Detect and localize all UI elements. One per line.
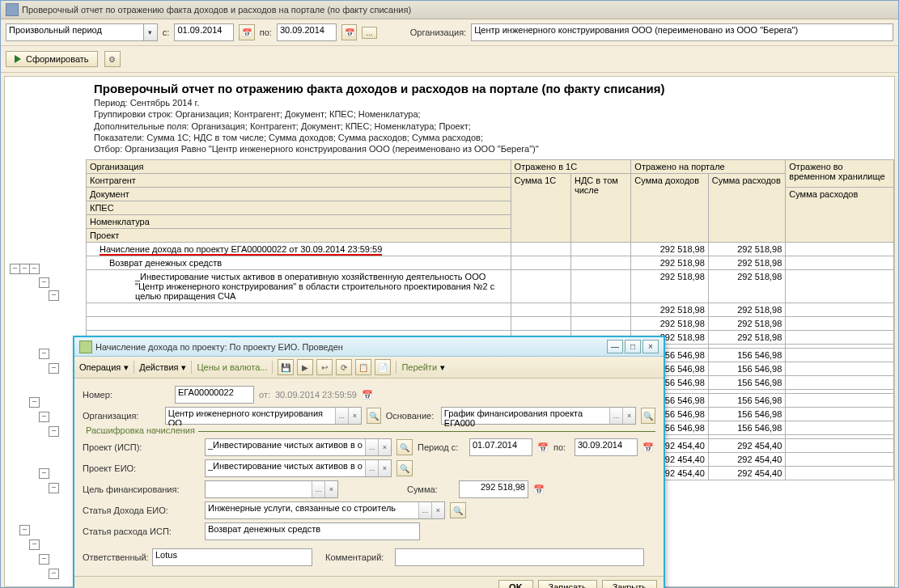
ellipsis-button[interactable]: ... [335, 408, 348, 424]
ok-button[interactable]: OK [498, 580, 533, 588]
proj-eio-field[interactable]: _Инвестирование чистых активов в о ...× [205, 459, 392, 477]
calendar-icon[interactable]: 📅 [642, 442, 654, 453]
comment-field[interactable] [395, 548, 644, 566]
calendar-icon[interactable]: 📅 [341, 24, 357, 40]
lookup-icon[interactable]: 🔍 [641, 408, 655, 424]
calendar-icon[interactable]: 📅 [239, 24, 254, 40]
row-label: _Инвестирование чистых активов в операти… [87, 270, 511, 303]
from-label: с: [163, 27, 170, 37]
ellipsis-button[interactable]: ... [365, 460, 378, 476]
menu-operation[interactable]: Операция [79, 362, 121, 372]
settings-icon[interactable]: ⚙ [104, 51, 121, 67]
ellipsis-button[interactable]: ... [418, 502, 431, 518]
chevron-down-icon[interactable] [143, 24, 157, 40]
basis-label: Основание: [386, 411, 436, 421]
copy-icon[interactable]: 📋 [355, 359, 371, 375]
org-field[interactable]: Центр инженерного конструирования ОО ...… [165, 407, 362, 425]
tree-toggle-icon[interactable]: – [29, 397, 40, 408]
tree-toggle-icon[interactable]: – [49, 363, 59, 374]
income-dialog: Начисление дохода по проекту: По проекту… [73, 336, 665, 588]
tree-toggle-icon[interactable]: – [49, 426, 59, 437]
reverse-icon[interactable]: ↩ [316, 359, 333, 375]
save-icon[interactable]: 💾 [278, 359, 294, 375]
generate-button[interactable]: Сформировать [6, 51, 98, 67]
col-nom: Номенклатура [87, 215, 511, 229]
maximize-button[interactable]: □ [625, 340, 641, 353]
clear-button[interactable]: × [348, 408, 361, 424]
income-field[interactable]: Инженерные услуги, связанные со строител… [205, 501, 445, 519]
close-button[interactable]: Закрыть [602, 580, 657, 588]
structure-icon[interactable]: 📄 [375, 359, 391, 375]
fin-label: Цель финансирования: [83, 484, 200, 494]
calendar-icon[interactable]: 📅 [537, 442, 549, 453]
lookup-icon[interactable]: 🔍 [396, 460, 413, 476]
calendar-icon[interactable]: 📅 [362, 390, 373, 400]
table-row[interactable]: _Инвестирование чистых активов в операти… [87, 270, 894, 303]
tree-toggle-icon[interactable]: – [29, 264, 40, 274]
col-vat: НДС в том числе [570, 174, 630, 243]
generate-label: Сформировать [26, 54, 89, 64]
lookup-icon[interactable]: 🔍 [367, 408, 381, 424]
tree-toggle-icon[interactable]: – [39, 349, 49, 359]
lookup-icon[interactable]: 🔍 [450, 502, 466, 518]
col-proj: Проект [87, 229, 511, 243]
date-from-input[interactable]: 01.09.2014 [174, 23, 234, 41]
tree-toggle-icon[interactable]: – [29, 539, 40, 550]
write-button[interactable]: Записать [538, 580, 597, 588]
menu-goto[interactable]: Перейти [401, 362, 437, 372]
org-input[interactable]: Центр инженерного конструирования ООО (п… [471, 23, 893, 41]
period-from-label: Период с: [418, 442, 464, 452]
ellipsis-button[interactable]: ... [609, 408, 622, 424]
app-icon [6, 3, 19, 16]
lookup-icon[interactable]: 🔍 [396, 439, 413, 455]
table-row[interactable]: Начисление дохода по проекту ЕГА00000022… [87, 243, 894, 256]
expense-field[interactable]: Возврат денежных средств [205, 522, 420, 540]
tree-toggle-icon[interactable]: – [39, 554, 49, 565]
period-ellipsis-button[interactable]: ... [362, 27, 376, 39]
period-dropdown[interactable]: Произвольный период [6, 23, 158, 41]
clear-button[interactable]: × [622, 408, 635, 424]
col-org: Организация [87, 160, 511, 174]
tree-toggle-icon[interactable]: – [39, 412, 49, 422]
report-period: Период: Сентябрь 2014 г. [94, 97, 886, 108]
ellipsis-button[interactable]: ... [365, 439, 378, 455]
refresh-icon[interactable]: ⟳ [336, 359, 352, 375]
basis-field[interactable]: График финансирования проекта ЕГА000 ...… [441, 407, 636, 425]
menu-prices[interactable]: Цены и валюта... [197, 362, 267, 372]
num-input[interactable]: ЕГА00000022 [175, 386, 254, 404]
fin-field[interactable]: ...× [205, 480, 338, 498]
tree-toggle-icon[interactable]: – [39, 277, 49, 288]
tree-toggle-icon[interactable]: – [39, 468, 49, 479]
clear-button[interactable]: × [431, 502, 444, 518]
period-from-input[interactable]: 01.07.2014 [469, 438, 532, 456]
tree-toggle-icon[interactable]: – [49, 290, 59, 301]
sum-input[interactable]: 292 518,98 [459, 480, 528, 498]
close-button[interactable]: × [642, 340, 659, 353]
menu-actions[interactable]: Действия [139, 362, 178, 372]
col-doc: Документ [87, 188, 511, 201]
ellipsis-button[interactable]: ... [312, 481, 324, 497]
clear-button[interactable]: × [324, 481, 337, 497]
clear-button[interactable]: × [378, 460, 391, 476]
row-label: Начисление дохода по проекту ЕГА00000022… [100, 244, 382, 256]
period-to-label: по: [553, 442, 570, 452]
period-to-input[interactable]: 30.09.2014 [575, 438, 638, 456]
proj-isp-field[interactable]: _Инвестирование чистых активов в о ...× [205, 438, 392, 456]
date-to-input[interactable]: 30.09.2014 [277, 23, 337, 41]
num-label: Номер: [83, 390, 170, 400]
dialog-toolbar: Операция ▾ Действия ▾ Цены и валюта... 💾… [74, 357, 664, 379]
tree-toggle-icon[interactable]: – [49, 483, 59, 493]
tree-toggle-icon[interactable]: – [49, 569, 59, 579]
clear-button[interactable]: × [378, 439, 391, 455]
tree-toggle-icon[interactable]: – [19, 525, 30, 535]
table-row[interactable]: 292 518,98292 518,98 [87, 303, 894, 317]
report-extra: Дополнительные поля: Организация; Контра… [94, 121, 886, 132]
table-row[interactable]: Возврат денежных средств 292 518,98 292 … [87, 256, 894, 270]
resp-field[interactable]: Lotus [152, 548, 312, 566]
post-icon[interactable]: ▶ [297, 359, 313, 375]
calculator-icon[interactable]: 📅 [533, 484, 545, 495]
minimize-button[interactable]: — [607, 340, 623, 353]
action-toolbar: Сформировать ⚙ [1, 46, 898, 73]
table-row[interactable]: 292 518,98292 518,98 [87, 317, 894, 331]
main-titlebar: Проверочный отчет по отражению факта дох… [1, 1, 898, 19]
